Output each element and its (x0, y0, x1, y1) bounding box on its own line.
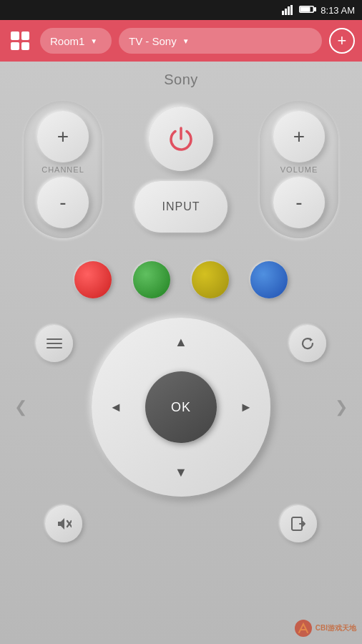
svg-marker-8 (310, 338, 313, 341)
channel-up-button[interactable]: + (37, 111, 89, 162)
exit-button[interactable] (280, 505, 317, 542)
volume-group: + VOLUME - (260, 101, 338, 238)
input-button[interactable]: INPUT (134, 181, 228, 233)
dpad-down-button[interactable]: ▼ (167, 458, 195, 487)
svg-rect-5 (314, 7, 316, 11)
volume-label: VOLUME (280, 165, 318, 174)
svg-rect-3 (290, 5, 293, 15)
red-button[interactable] (74, 261, 112, 298)
green-button[interactable] (133, 261, 170, 298)
device-chevron-icon: ▼ (182, 37, 190, 45)
dpad-right-button[interactable]: ► (232, 393, 260, 421)
mute-button[interactable] (45, 505, 82, 542)
ok-button[interactable]: OK (145, 371, 217, 443)
svg-rect-2 (288, 6, 290, 15)
yellow-button[interactable] (192, 261, 229, 298)
refresh-button[interactable] (289, 325, 326, 362)
channel-group: + CHANNEL - (24, 101, 102, 238)
volume-down-button[interactable]: - (273, 177, 325, 228)
blue-button[interactable] (250, 261, 288, 298)
room-selector[interactable]: Room1 ▼ (40, 28, 112, 54)
left-side-arrow[interactable]: ❮ (14, 398, 27, 416)
menu-button[interactable] (36, 325, 73, 362)
time-display: 8:13 AM (321, 5, 355, 16)
channel-down-button[interactable]: - (37, 177, 89, 228)
main-content: Sony + CHANNEL - INPUT (0, 62, 362, 644)
bottom-buttons (45, 505, 317, 542)
hamburger-icon (47, 338, 62, 348)
signal-icon (282, 5, 295, 15)
channel-label: CHANNEL (41, 165, 84, 174)
svg-rect-0 (282, 11, 284, 15)
volume-up-button[interactable]: + (273, 111, 325, 162)
grid-icon[interactable] (7, 28, 33, 54)
svg-rect-1 (285, 9, 287, 15)
right-side-arrow[interactable]: ❯ (335, 398, 348, 416)
add-button[interactable]: + (329, 28, 355, 54)
device-selector[interactable]: TV - Sony ▼ (119, 28, 322, 54)
navigation-section: ❮ ❯ ▲ ▼ ◄ ► OK (0, 318, 362, 497)
battery-icon (299, 5, 316, 16)
spacer (162, 505, 200, 542)
room-label: Room1 (50, 35, 84, 47)
svg-rect-7 (300, 6, 310, 11)
channel-volume-wrapper: + CHANNEL - INPUT + VOLUME (24, 101, 338, 238)
power-button[interactable] (149, 107, 213, 171)
room-chevron-icon: ▼ (90, 37, 97, 45)
device-title: Sony (164, 72, 198, 88)
center-controls: INPUT (134, 101, 228, 238)
color-buttons (74, 261, 288, 298)
watermark: CBI游戏天地 (293, 618, 356, 638)
dpad-up-button[interactable]: ▲ (167, 328, 195, 356)
svg-point-12 (295, 620, 312, 637)
header: Room1 ▼ TV - Sony ▼ + (0, 20, 362, 62)
dpad: ▲ ▼ ◄ ► OK (92, 318, 270, 497)
dpad-left-button[interactable]: ◄ (102, 393, 130, 421)
device-label: TV - Sony (129, 35, 177, 47)
status-bar: 8:13 AM (0, 0, 362, 20)
